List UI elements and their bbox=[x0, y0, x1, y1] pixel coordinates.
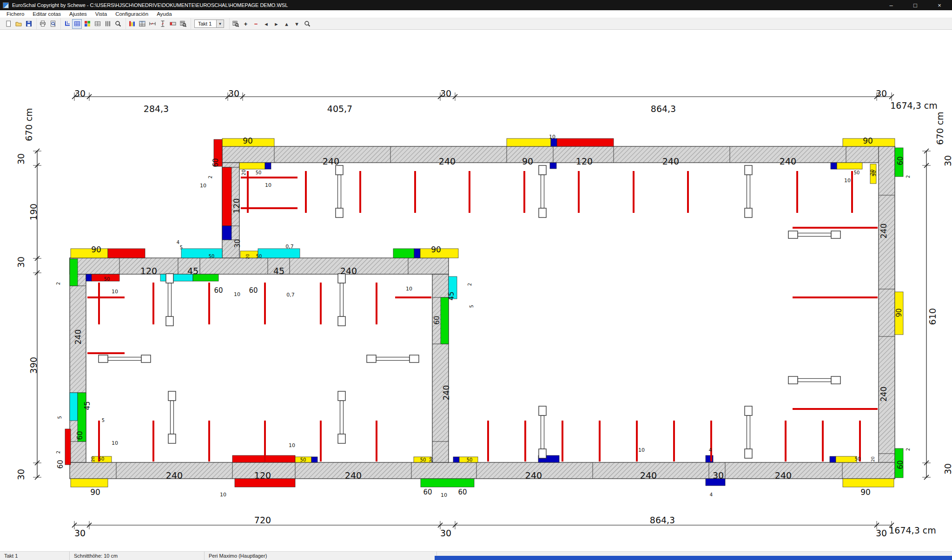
dimension-h-button[interactable] bbox=[147, 19, 157, 29]
plan-label: 45 bbox=[447, 291, 456, 300]
plan-label: 240 bbox=[439, 156, 456, 166]
grid-view-button[interactable] bbox=[93, 19, 102, 29]
pan-right-button[interactable]: ▸ bbox=[271, 19, 281, 29]
plan-label: 240 bbox=[442, 385, 451, 400]
formwork-panel[interactable] bbox=[70, 393, 78, 421]
formwork-panel[interactable] bbox=[830, 456, 836, 462]
formwork-panel[interactable] bbox=[71, 479, 108, 487]
plan-label: 10 bbox=[200, 183, 206, 189]
formwork-panel[interactable] bbox=[831, 163, 837, 169]
formwork-panel[interactable] bbox=[557, 138, 614, 146]
formwork-panel[interactable] bbox=[441, 297, 449, 344]
dimension-v-button[interactable] bbox=[158, 19, 167, 29]
zoom-out-button[interactable]: − bbox=[251, 19, 261, 29]
toolbar-group bbox=[2, 18, 37, 29]
menu-item-fichero[interactable]: Fichero bbox=[2, 11, 28, 17]
takt-table-button[interactable] bbox=[137, 19, 147, 29]
formwork-panel[interactable] bbox=[239, 163, 265, 169]
chevron-down-icon[interactable]: ▼ bbox=[216, 20, 224, 27]
plan-label: 50 bbox=[209, 254, 215, 259]
plan-label: 240 bbox=[340, 266, 357, 276]
plan-label: 390 bbox=[28, 357, 39, 374]
plan-label: 5 bbox=[469, 305, 474, 308]
open-file-button[interactable] bbox=[13, 19, 23, 29]
plan-label: 90 bbox=[522, 156, 533, 166]
minimize-button[interactable]: – bbox=[886, 2, 896, 9]
brace-symbol bbox=[336, 165, 343, 217]
drawing-canvas[interactable]: 30284,330405,730864,3301674,3 cm720864,3… bbox=[0, 30, 952, 551]
menu-item-ayuda[interactable]: Ayuda bbox=[152, 11, 176, 17]
pan-down-button[interactable]: ▾ bbox=[292, 19, 302, 29]
formwork-panel[interactable] bbox=[551, 138, 557, 146]
formwork-panel[interactable] bbox=[311, 457, 317, 462]
formwork-panel[interactable] bbox=[836, 456, 857, 462]
plan-label: 0,7 bbox=[286, 292, 295, 298]
zoom-window-button[interactable] bbox=[231, 19, 240, 29]
zoom-tool-button[interactable] bbox=[113, 19, 123, 29]
zoom-all-button[interactable] bbox=[302, 19, 312, 29]
print-button[interactable] bbox=[38, 19, 47, 29]
formwork-panel[interactable] bbox=[258, 249, 300, 258]
brace-symbol bbox=[788, 376, 840, 384]
formwork-panel[interactable] bbox=[265, 163, 271, 169]
formwork-panel[interactable] bbox=[843, 479, 894, 487]
menu-item-configuraci-n[interactable]: Configuración bbox=[111, 11, 152, 17]
formwork-panel[interactable] bbox=[837, 163, 862, 169]
toolbar: Takt 1▼+−◂▸▴▾ bbox=[0, 18, 952, 30]
color-legend-button[interactable] bbox=[82, 19, 92, 29]
formwork-panel[interactable] bbox=[65, 429, 71, 465]
plan-label: 10 bbox=[234, 291, 240, 297]
formwork-panel[interactable] bbox=[421, 479, 474, 487]
formwork-panel[interactable] bbox=[181, 249, 222, 258]
plan-label: 670 cm bbox=[24, 108, 34, 141]
wall-axes-button[interactable] bbox=[103, 19, 112, 29]
pan-left-button[interactable]: ◂ bbox=[261, 19, 271, 29]
wall[interactable] bbox=[70, 462, 895, 479]
formwork-panel[interactable] bbox=[393, 249, 414, 258]
formwork-panel[interactable] bbox=[70, 259, 78, 286]
pan-up-button[interactable]: ▴ bbox=[282, 19, 291, 29]
floor-plan[interactable]: 30284,330405,730864,3301674,3 cm720864,3… bbox=[0, 30, 952, 551]
menu-item-editar-cotas[interactable]: Editar cotas bbox=[28, 11, 65, 17]
plan-label: 405,7 bbox=[327, 104, 352, 114]
grid-zoom-button[interactable] bbox=[178, 19, 188, 29]
new-document-button[interactable] bbox=[3, 19, 13, 29]
plan-label: 45 bbox=[83, 401, 92, 410]
wall-segment-button[interactable] bbox=[168, 19, 178, 29]
close-button[interactable]: × bbox=[934, 2, 945, 9]
plan-label: 120 bbox=[232, 198, 241, 213]
formwork-panel[interactable] bbox=[222, 167, 231, 226]
plan-label: 30 bbox=[440, 88, 451, 99]
plan-label: 30 bbox=[16, 469, 26, 480]
wall[interactable] bbox=[70, 258, 449, 274]
save-button[interactable] bbox=[24, 19, 33, 29]
formwork-panel[interactable] bbox=[222, 226, 231, 240]
wall[interactable] bbox=[879, 146, 895, 479]
brace-symbol bbox=[166, 274, 173, 326]
takt-colors-button[interactable] bbox=[127, 19, 137, 29]
plan-label: 2 bbox=[467, 283, 472, 286]
formwork-panel[interactable] bbox=[108, 249, 145, 258]
plan-label: 50 bbox=[872, 171, 877, 177]
corner-view-button[interactable] bbox=[62, 19, 72, 29]
brace-symbol bbox=[745, 406, 752, 458]
status-schnitthoehe: Schnitthöhe: 10 cm bbox=[70, 552, 205, 560]
takt-bars-icon bbox=[128, 20, 136, 27]
formwork-panel[interactable] bbox=[453, 457, 459, 462]
formwork-panel[interactable] bbox=[232, 455, 295, 462]
formwork-panel[interactable] bbox=[550, 163, 556, 169]
maximize-button[interactable]: □ bbox=[910, 2, 920, 9]
menu-item-ajustes[interactable]: Ajustes bbox=[65, 11, 91, 17]
formwork-panel[interactable] bbox=[71, 249, 108, 258]
print-preview-button[interactable] bbox=[48, 19, 58, 29]
formwork-panel[interactable] bbox=[86, 274, 92, 281]
formwork-panel[interactable] bbox=[414, 249, 420, 258]
zoom-in-button[interactable]: + bbox=[241, 19, 251, 29]
formwork-panel[interactable] bbox=[507, 138, 551, 146]
brace-symbol bbox=[338, 391, 345, 443]
plan-label: 240 bbox=[166, 470, 183, 481]
formwork-view-button[interactable] bbox=[72, 19, 82, 29]
menu-item-vista[interactable]: Vista bbox=[91, 11, 111, 17]
takt-selector[interactable]: Takt 1▼ bbox=[194, 20, 224, 28]
plan-label: 90 bbox=[860, 488, 871, 497]
